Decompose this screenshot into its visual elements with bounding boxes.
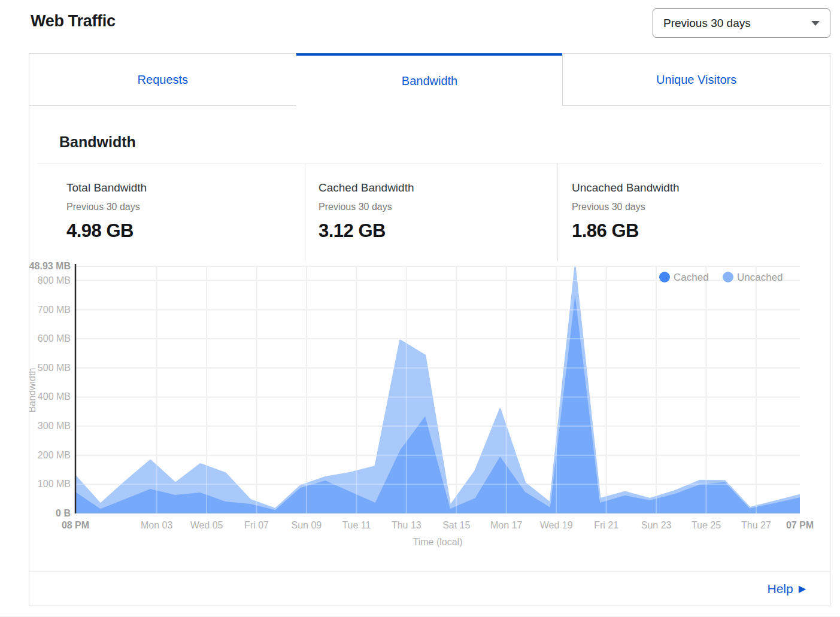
x-tick-label: Thu 27 bbox=[741, 520, 771, 530]
bandwidth-area-chart[interactable]: 0 B100 MB200 MB300 MB400 MB500 MB600 MB7… bbox=[29, 262, 831, 552]
stat-period: Previous 30 days bbox=[66, 202, 305, 212]
section-title: Bandwidth bbox=[59, 133, 136, 151]
page-title: Web Traffic bbox=[31, 12, 116, 31]
x-tick-label: Sun 23 bbox=[641, 520, 672, 530]
bandwidth-panel: Bandwidth Total Bandwidth Previous 30 da… bbox=[29, 106, 830, 606]
x-tick-label: Tue 11 bbox=[342, 520, 371, 530]
legend-item-uncached[interactable]: Uncached bbox=[723, 272, 783, 283]
x-tick-label: 08 PM bbox=[62, 520, 89, 530]
x-tick-label: Sun 09 bbox=[292, 520, 322, 530]
legend-label: Cached bbox=[674, 272, 709, 283]
y-tick-label: 500 MB bbox=[38, 363, 71, 373]
card-footer: Help ▶ bbox=[29, 572, 830, 606]
chevron-down-icon bbox=[811, 21, 820, 26]
y-tick-label: 300 MB bbox=[38, 421, 71, 431]
tab-unique-visitors[interactable]: Unique Visitors bbox=[562, 53, 830, 106]
x-tick-label: 07 PM bbox=[786, 520, 814, 530]
stats-row: Total Bandwidth Previous 30 days 4.98 GB… bbox=[29, 163, 830, 262]
x-tick-label: Fri 21 bbox=[594, 520, 618, 530]
x-tick-label: Thu 13 bbox=[392, 520, 421, 530]
help-link[interactable]: Help ▶ bbox=[767, 582, 806, 596]
time-range-value: Previous 30 days bbox=[663, 17, 751, 30]
y-axis-title: Bandwidth bbox=[29, 368, 37, 413]
arrow-right-icon: ▶ bbox=[799, 584, 806, 594]
legend-label: Uncached bbox=[737, 272, 783, 283]
x-tick-label: Sat 15 bbox=[442, 520, 470, 530]
y-tick-label: 848.93 MB bbox=[29, 262, 71, 271]
x-tick-label: Mon 17 bbox=[490, 520, 522, 530]
time-range-select[interactable]: Previous 30 days bbox=[653, 8, 830, 38]
y-tick-label: 600 MB bbox=[38, 333, 71, 344]
y-tick-label: 700 MB bbox=[38, 305, 71, 315]
tab-requests[interactable]: Requests bbox=[29, 53, 297, 106]
y-tick-label: 400 MB bbox=[38, 391, 71, 402]
y-tick-label: 200 MB bbox=[38, 450, 71, 460]
x-tick-label: Mon 03 bbox=[141, 520, 172, 530]
y-tick-label: 100 MB bbox=[38, 479, 71, 489]
stat-total-bandwidth: Total Bandwidth Previous 30 days 4.98 GB bbox=[29, 163, 305, 262]
web-traffic-page: Web Traffic Previous 30 days Requests Ba… bbox=[0, 0, 840, 617]
y-tick-label: 0 B bbox=[56, 508, 71, 518]
stat-value: 1.86 GB bbox=[572, 220, 830, 242]
x-tick-label: Wed 05 bbox=[190, 520, 223, 530]
help-label: Help bbox=[767, 582, 793, 596]
traffic-tabs: Requests Bandwidth Unique Visitors bbox=[29, 53, 830, 106]
stat-label: Uncached Bandwidth bbox=[572, 181, 830, 194]
x-tick-label: Fri 07 bbox=[244, 520, 269, 530]
x-tick-label: Wed 19 bbox=[540, 520, 573, 530]
y-tick-label: 800 MB bbox=[38, 275, 71, 285]
page-bottom-divider bbox=[0, 616, 840, 616]
stat-value: 3.12 GB bbox=[319, 220, 557, 242]
x-axis-title: Time (local) bbox=[413, 537, 463, 547]
stat-value: 4.98 GB bbox=[66, 220, 305, 242]
stat-period: Previous 30 days bbox=[572, 202, 830, 212]
stat-period: Previous 30 days bbox=[319, 202, 557, 212]
tab-bandwidth[interactable]: Bandwidth bbox=[296, 53, 563, 106]
stat-cached-bandwidth: Cached Bandwidth Previous 30 days 3.12 G… bbox=[305, 163, 557, 262]
stat-label: Cached Bandwidth bbox=[319, 181, 557, 194]
bandwidth-chart[interactable]: 0 B100 MB200 MB300 MB400 MB500 MB600 MB7… bbox=[29, 262, 831, 552]
legend-item-cached[interactable]: Cached bbox=[659, 272, 709, 283]
stat-label: Total Bandwidth bbox=[66, 181, 305, 194]
x-tick-label: Tue 25 bbox=[692, 520, 721, 530]
stat-uncached-bandwidth: Uncached Bandwidth Previous 30 days 1.86… bbox=[557, 163, 830, 262]
